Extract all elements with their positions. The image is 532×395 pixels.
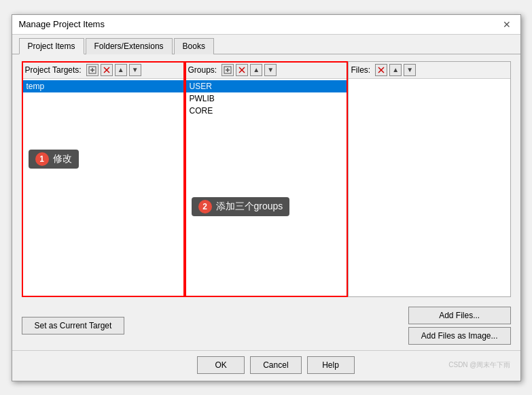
files-delete-btn[interactable] <box>375 64 387 76</box>
groups-header: Groups: ▲ ▼ <box>185 62 347 79</box>
groups-list: USER PWLIB CORE <box>185 79 347 296</box>
ok-button[interactable]: OK <box>197 356 245 374</box>
files-up-btn[interactable]: ▲ <box>389 64 402 76</box>
groups-delete-btn[interactable] <box>236 64 248 76</box>
cancel-button[interactable]: Cancel <box>250 356 301 374</box>
list-item[interactable]: PWLIB <box>185 92 347 105</box>
targets-up-btn[interactable]: ▲ <box>115 64 127 76</box>
content-area: Project Targets: ▲ ▼ temp <box>12 54 520 304</box>
project-targets-list: temp <box>22 79 184 296</box>
targets-new-btn[interactable] <box>86 64 99 76</box>
files-label: Files: <box>351 65 371 75</box>
files-wrapper: Files: ▲ ▼ <box>348 61 511 297</box>
help-button[interactable]: Help <box>307 356 355 374</box>
dialog-title: Manage Project Items <box>19 19 105 29</box>
files-header: Files: ▲ ▼ <box>349 62 510 79</box>
set-current-target-button[interactable]: Set as Current Target <box>22 317 125 334</box>
groups-label: Groups: <box>188 65 217 75</box>
footer-right-buttons: Add Files... Add Files as Image... <box>408 307 511 345</box>
panels-container: Project Targets: ▲ ▼ temp <box>22 61 511 297</box>
close-button[interactable]: ✕ <box>500 19 514 30</box>
add-files-button[interactable]: Add Files... <box>408 307 511 324</box>
tabs-bar: Project Items Folders/Extensions Books <box>12 35 520 54</box>
files-down-btn[interactable]: ▼ <box>404 64 416 76</box>
add-files-image-button[interactable]: Add Files as Image... <box>408 327 511 345</box>
groups-up-btn[interactable]: ▲ <box>250 64 262 76</box>
files-list <box>349 79 510 296</box>
files-panel: Files: ▲ ▼ <box>348 61 511 297</box>
watermark: CSDN @周末午下雨 <box>448 360 510 370</box>
manage-project-dialog: Manage Project Items ✕ Project Items Fol… <box>12 14 521 381</box>
groups-new-btn[interactable] <box>221 64 234 76</box>
tab-project-items[interactable]: Project Items <box>19 38 84 54</box>
tab-books[interactable]: Books <box>174 38 214 54</box>
footer-left: Set as Current Target <box>22 317 125 334</box>
groups-down-btn[interactable]: ▼ <box>264 64 277 76</box>
footer-dialog-buttons: OK Cancel Help <box>197 356 354 374</box>
list-item[interactable]: USER <box>185 80 347 92</box>
targets-down-btn[interactable]: ▼ <box>129 64 141 76</box>
list-item[interactable]: CORE <box>185 105 347 117</box>
tab-folders-extensions[interactable]: Folders/Extensions <box>86 38 173 54</box>
project-targets-header: Project Targets: ▲ ▼ <box>22 62 184 79</box>
groups-panel: Groups: ▲ ▼ USER <box>185 61 348 297</box>
targets-delete-btn[interactable] <box>101 64 113 76</box>
project-targets-label: Project Targets: <box>25 65 82 75</box>
list-item[interactable]: temp <box>22 80 184 92</box>
groups-wrapper: Groups: ▲ ▼ USER <box>185 61 348 297</box>
title-bar: Manage Project Items ✕ <box>12 15 520 35</box>
project-targets-panel: Project Targets: ▲ ▼ temp <box>22 61 185 297</box>
project-targets-wrapper: Project Targets: ▲ ▼ temp <box>22 61 185 297</box>
footer-top: Set as Current Target Add Files... Add F… <box>12 304 520 345</box>
footer-bottom: OK Cancel Help CSDN @周末午下雨 <box>12 350 520 381</box>
